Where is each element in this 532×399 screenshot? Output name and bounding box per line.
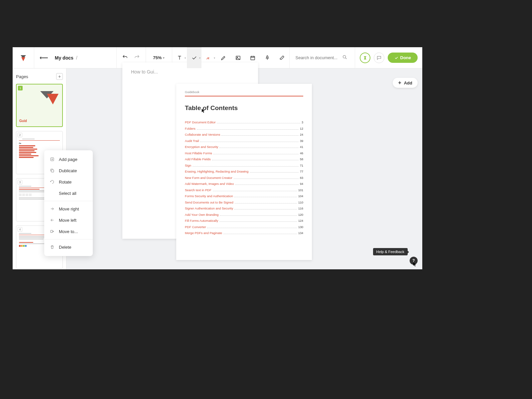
canvas[interactable]: Guidebook Table of Contents PDF Document… xyxy=(66,68,422,269)
sign-tool[interactable]: ▾ xyxy=(201,47,216,68)
ctx-duplicate[interactable]: Dublicate xyxy=(44,165,93,176)
toc-row[interactable]: PDF Converter130 xyxy=(185,225,303,229)
toc-row[interactable]: Folders12 xyxy=(185,127,303,130)
toc-row[interactable]: Fill Forms Automatically124 xyxy=(185,219,303,222)
toc-row[interactable]: Collaborate and Versions24 xyxy=(185,133,303,136)
toc-row[interactable]: Add Your Own Branding120 xyxy=(185,213,303,216)
undo-button[interactable] xyxy=(122,54,128,62)
sidebar-title: Pages xyxy=(16,74,28,79)
ctx-select-all[interactable]: Select all xyxy=(44,188,93,199)
back-arrow-icon[interactable]: ⟵ xyxy=(40,54,48,62)
svg-rect-11 xyxy=(52,170,54,172)
svg-marker-14 xyxy=(413,262,416,266)
date-tool[interactable] xyxy=(245,47,260,68)
redo-button[interactable] xyxy=(134,54,140,62)
toc-row[interactable]: Host Fillable Forms46 xyxy=(185,151,303,155)
svg-rect-4 xyxy=(251,56,255,60)
add-chip[interactable]: + Add xyxy=(393,78,418,88)
toolbar-right: Done xyxy=(355,47,423,68)
done-button[interactable]: Done xyxy=(388,53,418,63)
ctx-add-page[interactable]: Add page xyxy=(44,154,93,165)
svg-rect-12 xyxy=(51,230,53,233)
help-tooltip: Help & Feedback xyxy=(373,248,408,255)
toc-row[interactable]: Send Documents out to Be Signed110 xyxy=(185,200,303,204)
erase-tool[interactable] xyxy=(275,47,289,68)
arrow-right-icon xyxy=(50,206,55,211)
page-thumb-1[interactable]: 1 Guid xyxy=(16,84,63,127)
ctx-move-left[interactable]: Move left xyxy=(44,214,93,226)
ctx-move-right[interactable]: Move right xyxy=(44,203,93,214)
highlight-tool[interactable] xyxy=(216,47,231,68)
toc-row[interactable]: PDF Document Editor3 xyxy=(185,120,303,124)
arrow-left-icon xyxy=(50,217,55,223)
move-to-icon xyxy=(50,229,55,234)
toc-row[interactable]: Sign71 xyxy=(185,164,303,167)
document-page: Guidebook Table of Contents PDF Document… xyxy=(176,84,312,260)
image-tool[interactable] xyxy=(231,47,245,68)
search-section xyxy=(290,47,355,68)
text-tool[interactable]: ▾ xyxy=(172,47,187,68)
trash-icon xyxy=(50,244,55,250)
breadcrumb: ⟵ My docs / How to Gui... xyxy=(34,47,117,68)
cursor-icon xyxy=(413,262,417,267)
toc-row[interactable]: Merge PDFs and Paginate134 xyxy=(185,231,303,235)
plus-box-icon xyxy=(50,157,55,162)
svg-marker-1 xyxy=(21,57,25,61)
comment-button[interactable] xyxy=(374,53,384,63)
search-icon[interactable] xyxy=(342,55,347,61)
toc-row[interactable]: Add Watermark, Images and Video94 xyxy=(185,182,303,186)
app-window: ⟵ My docs / How to Gui... 75%▾ ▾ ▾ ▾ xyxy=(13,47,422,269)
pin-tool[interactable] xyxy=(260,47,275,68)
toc-row[interactable]: New Form and Document Creator83 xyxy=(185,176,303,180)
svg-marker-13 xyxy=(202,109,205,113)
ctx-rotate[interactable]: Rotate xyxy=(44,176,93,188)
table-of-contents: PDF Document Editor3Folders12Collaborate… xyxy=(185,120,303,235)
toolbar: ⟵ My docs / How to Gui... 75%▾ ▾ ▾ ▾ xyxy=(13,47,422,68)
toc-row[interactable]: Signer Authentication and Security116 xyxy=(185,206,303,210)
shape-tool[interactable]: ▾ xyxy=(187,47,201,68)
toc-row[interactable]: Audit Trail39 xyxy=(185,139,303,143)
ctx-delete[interactable]: Delete xyxy=(44,241,93,253)
toc-row[interactable]: Forms Security and Authentication104 xyxy=(185,194,303,198)
tool-group: ▾ ▾ ▾ xyxy=(172,47,290,68)
user-avatar[interactable] xyxy=(360,53,370,63)
app-logo[interactable] xyxy=(13,47,34,68)
doc-section-label: Guidebook xyxy=(185,90,303,94)
toc-row[interactable]: Erasing, Highlighting, Redacting and Dra… xyxy=(185,170,303,173)
toc-row[interactable]: Add Fillable Fields58 xyxy=(185,157,303,161)
search-input[interactable] xyxy=(296,55,339,60)
copy-icon xyxy=(50,168,55,173)
add-page-icon[interactable]: + xyxy=(56,73,63,80)
toc-row[interactable]: Search text in PDF101 xyxy=(185,188,303,192)
plus-icon: + xyxy=(398,80,401,86)
breadcrumb-root[interactable]: My docs xyxy=(55,55,73,61)
cursor-icon xyxy=(201,108,206,113)
page-context-menu: Add page Dublicate Rotate Select all Mov… xyxy=(44,150,93,256)
rotate-icon xyxy=(50,179,55,185)
svg-marker-9 xyxy=(47,94,59,104)
svg-marker-7 xyxy=(364,57,366,59)
toc-row[interactable]: Encryption and Security41 xyxy=(185,145,303,149)
svg-point-5 xyxy=(343,55,345,58)
ctx-move-to[interactable]: Move to... xyxy=(44,226,93,237)
